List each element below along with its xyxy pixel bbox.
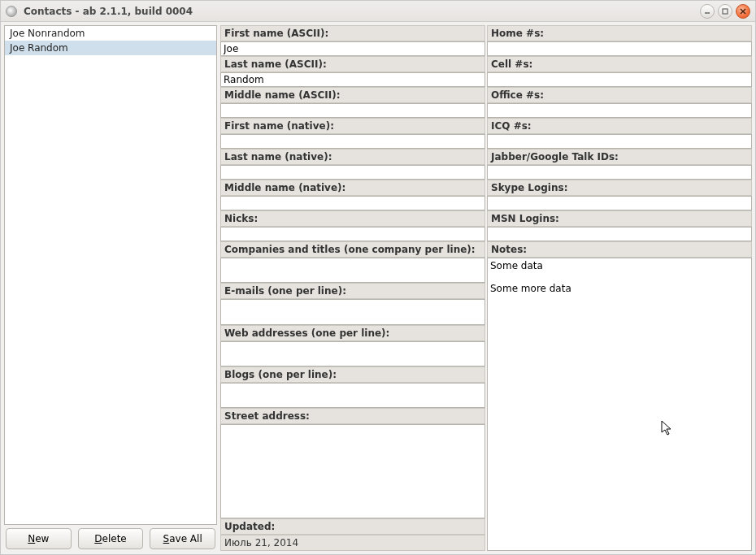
label-middle-ascii: Middle name (ASCII): <box>220 87 485 103</box>
minimize-icon <box>703 7 711 15</box>
label-jabber: Jabber/Google Talk IDs: <box>487 149 752 165</box>
label-home: Home #s: <box>487 25 752 41</box>
contact-item[interactable]: Joe Nonrandom <box>5 26 216 41</box>
maximize-icon <box>721 7 729 15</box>
label-cell: Cell #s: <box>487 56 752 72</box>
delete-button-label: Delete <box>94 533 126 544</box>
contact-list[interactable]: Joe NonrandomJoe Random <box>4 25 217 525</box>
label-last-native: Last name (native): <box>220 149 485 165</box>
input-msn[interactable] <box>487 227 752 241</box>
input-cell[interactable] <box>487 72 752 87</box>
input-nicks[interactable] <box>220 227 485 241</box>
input-middle-ascii[interactable] <box>220 103 485 118</box>
input-blogs[interactable] <box>220 383 485 408</box>
new-button[interactable]: New <box>6 528 72 549</box>
window-controls <box>700 4 750 19</box>
label-msn: MSN Logins: <box>487 210 752 227</box>
input-icq[interactable] <box>487 134 752 149</box>
detail-col-left: First name (ASCII): Last name (ASCII): M… <box>220 25 485 551</box>
close-button[interactable] <box>736 4 750 19</box>
input-first-ascii[interactable] <box>220 41 485 56</box>
label-first-ascii: First name (ASCII): <box>220 25 485 41</box>
input-companies[interactable] <box>220 258 485 283</box>
label-notes: Notes: <box>487 241 752 258</box>
label-updated: Updated: <box>220 518 485 535</box>
new-button-label: New <box>28 533 49 544</box>
save-all-button-label: Save All <box>163 533 202 544</box>
input-web[interactable] <box>220 341 485 366</box>
input-middle-native[interactable] <box>220 196 485 210</box>
label-skype: Skype Logins: <box>487 180 752 196</box>
svg-rect-0 <box>723 9 728 14</box>
input-last-ascii[interactable] <box>220 72 485 87</box>
delete-button[interactable]: Delete <box>78 528 144 549</box>
main-body: Joe NonrandomJoe Random New Delete Save … <box>1 22 755 554</box>
left-pane: Joe NonrandomJoe Random New Delete Save … <box>4 25 217 551</box>
label-office: Office #s: <box>487 87 752 103</box>
detail-col-right: Home #s: Cell #s: Office #s: ICQ #s: Jab… <box>487 25 752 551</box>
close-icon <box>739 7 747 15</box>
minimize-button[interactable] <box>700 4 715 19</box>
label-street: Street address: <box>220 408 485 424</box>
input-street[interactable] <box>220 424 485 518</box>
detail-pane: First name (ASCII): Last name (ASCII): M… <box>220 25 752 551</box>
input-office[interactable] <box>487 103 752 118</box>
app-icon <box>6 6 17 17</box>
label-web: Web addresses (one per line): <box>220 325 485 341</box>
label-first-native: First name (native): <box>220 118 485 134</box>
contacts-window: Contacts - ab 2.1.1, build 0004 Joe Nonr… <box>0 0 756 555</box>
input-notes[interactable] <box>487 258 752 551</box>
label-emails: E-mails (one per line): <box>220 283 485 299</box>
label-last-ascii: Last name (ASCII): <box>220 56 485 72</box>
window-title: Contacts - ab 2.1.1, build 0004 <box>24 6 700 17</box>
input-home[interactable] <box>487 41 752 56</box>
input-last-native[interactable] <box>220 165 485 180</box>
input-emails[interactable] <box>220 299 485 324</box>
value-updated: Июль 21, 2014 <box>220 535 485 551</box>
label-nicks: Nicks: <box>220 210 485 227</box>
button-row: New Delete Save All <box>4 525 217 551</box>
contact-item[interactable]: Joe Random <box>5 41 216 55</box>
label-icq: ICQ #s: <box>487 118 752 134</box>
label-middle-native: Middle name (native): <box>220 180 485 196</box>
save-all-button[interactable]: Save All <box>150 528 215 549</box>
input-first-native[interactable] <box>220 134 485 149</box>
maximize-button[interactable] <box>718 4 732 19</box>
label-blogs: Blogs (one per line): <box>220 366 485 383</box>
titlebar: Contacts - ab 2.1.1, build 0004 <box>1 1 755 22</box>
input-skype[interactable] <box>487 196 752 210</box>
input-jabber[interactable] <box>487 165 752 180</box>
label-companies: Companies and titles (one company per li… <box>220 241 485 258</box>
